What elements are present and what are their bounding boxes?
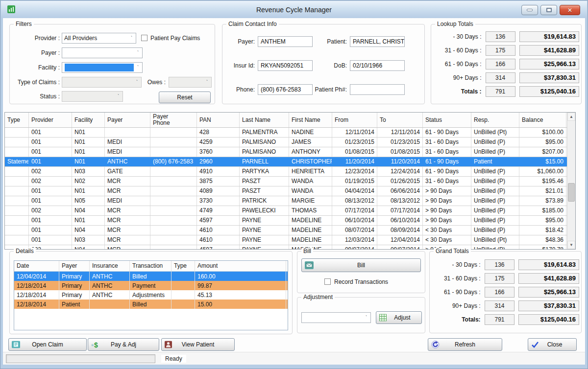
details-column-header[interactable]: Amount bbox=[195, 261, 286, 271]
claims-cell: MCR bbox=[105, 177, 150, 186]
scroll-down-button[interactable]: ▼ bbox=[567, 241, 575, 249]
claims-row[interactable]: 001N01MEDI4259PALMISANOJAMES01/23/201501… bbox=[5, 138, 567, 147]
dob-field[interactable]: 02/10/1966 bbox=[350, 60, 405, 71]
claims-row[interactable]: 002N04MCR4597PAYNEMADELINE09/07/201409/0… bbox=[5, 245, 567, 249]
details-column-header[interactable]: Date bbox=[14, 261, 59, 271]
details-cell: 12/18/2014 bbox=[14, 290, 59, 300]
claims-column-header[interactable]: PAN bbox=[197, 113, 240, 127]
grand-totals-title: Grand Totals bbox=[434, 248, 471, 254]
claims-column-header[interactable]: Payer bbox=[105, 113, 150, 127]
claims-column-header[interactable]: Balance bbox=[519, 113, 566, 127]
chevron-down-icon: ˋ bbox=[134, 63, 142, 72]
claims-column-header[interactable]: Status bbox=[423, 113, 471, 127]
details-column-header[interactable]: Insurance bbox=[90, 261, 130, 271]
claims-column-header[interactable]: Provider bbox=[29, 113, 72, 127]
phone-field[interactable]: (800) 676-2583 bbox=[258, 84, 313, 95]
claims-cell: 4749 bbox=[197, 206, 240, 215]
adjustment-combo[interactable]: ˋ bbox=[301, 312, 371, 323]
scroll-track[interactable] bbox=[567, 121, 575, 241]
insur-id-label: Insur Id: bbox=[226, 60, 255, 71]
details-row[interactable]: 12/18/2014PatientBilled15.00 bbox=[14, 300, 288, 309]
details-column-header[interactable]: Payer bbox=[59, 261, 90, 271]
claims-column-header[interactable]: To bbox=[377, 113, 423, 127]
claims-column-header[interactable]: Type bbox=[5, 113, 29, 127]
claims-cell: 07/17/2014 bbox=[377, 206, 423, 215]
claims-cell: 61 - 90 Days bbox=[423, 128, 471, 137]
pay-adj-button[interactable]: ≡$ Pay & Adj bbox=[88, 338, 159, 351]
totals-amount-box: $41,628.89 bbox=[519, 45, 579, 56]
claims-row[interactable]: 002N04MCR4749PAWELECKITHOMAS07/17/201407… bbox=[5, 206, 567, 216]
chevron-down-icon: ˋ bbox=[114, 92, 122, 101]
refresh-button[interactable]: Refresh bbox=[428, 338, 502, 351]
claims-row[interactable]: 001N01428PALMENTRANADINE12/11/201412/11/… bbox=[5, 128, 567, 138]
bill-button[interactable]: Bill bbox=[301, 258, 421, 272]
claims-cell: PATRICK bbox=[240, 196, 289, 206]
details-row[interactable]: 12/18/2014PrimaryANTHCPayment99.87 bbox=[14, 281, 288, 290]
patient-ph-field[interactable] bbox=[350, 84, 405, 95]
refresh-icon bbox=[431, 341, 440, 349]
claims-cell bbox=[5, 177, 29, 186]
claims-cell: 3875 bbox=[197, 177, 240, 186]
claims-row[interactable]: 001N01MCR4089PASZTWANDA04/04/201406/06/2… bbox=[5, 186, 567, 196]
claims-column-header[interactable]: Payer Phone bbox=[150, 113, 197, 127]
contact-payer-field[interactable]: ANTHEM bbox=[258, 36, 313, 47]
claims-cell: UnBilled (P) bbox=[471, 167, 519, 176]
scroll-up-button[interactable]: ▲ bbox=[567, 113, 575, 121]
close-button[interactable]: Close bbox=[528, 338, 577, 351]
details-cell: 45.13 bbox=[195, 290, 286, 300]
details-cell: 12/04/2014 bbox=[14, 272, 59, 281]
status-combo[interactable]: ˋ bbox=[62, 91, 123, 102]
provider-combo[interactable]: All Providersˋ bbox=[62, 33, 136, 44]
claims-row[interactable]: Statement001N01ANTHC(800) 676-25832960PA… bbox=[5, 157, 567, 167]
claims-scrollbar[interactable]: ▲ ▼ bbox=[567, 113, 575, 249]
claims-row[interactable]: 001N03MCR4610PAYNEMADELINE12/03/201412/0… bbox=[5, 235, 567, 245]
details-row[interactable]: 12/04/2014PrimaryANTHCBilled160.00 bbox=[14, 272, 288, 281]
claims-cell: 3730 bbox=[197, 196, 240, 206]
record-transactions-checkbox[interactable] bbox=[324, 278, 331, 285]
totals-amount-box: $125,040.16 bbox=[519, 86, 579, 97]
patient-pay-claims-checkbox[interactable] bbox=[141, 35, 147, 41]
open-claim-button[interactable]: Open Claim bbox=[8, 338, 87, 351]
details-column-header[interactable]: Type bbox=[172, 261, 195, 271]
payer-combo[interactable]: ˋ bbox=[62, 47, 143, 58]
check-icon bbox=[531, 341, 539, 348]
facility-combo[interactable]: ˋ bbox=[62, 62, 143, 73]
maximize-button[interactable] bbox=[540, 5, 557, 15]
close-window-button[interactable]: ✕ bbox=[560, 5, 580, 15]
contact-patient-field[interactable]: PARNELL, CHRIST bbox=[350, 36, 405, 47]
minimize-button[interactable] bbox=[521, 5, 538, 15]
claims-row[interactable]: 002N02MCR3875PASZTWANDA01/19/201501/26/2… bbox=[5, 177, 567, 186]
grand-totals-group: Grand Totals - 30 Days :136$19,614.8331 … bbox=[429, 251, 582, 333]
claims-cell: N01 bbox=[72, 138, 105, 147]
scroll-thumb[interactable] bbox=[568, 183, 575, 202]
claims-column-header[interactable]: Facility bbox=[72, 113, 105, 127]
owes-combo[interactable]: ˋ bbox=[169, 77, 212, 88]
totals-label: - 30 Days : bbox=[431, 33, 483, 40]
claims-column-header[interactable]: Resp. bbox=[471, 113, 519, 127]
view-patient-button[interactable]: View Patient bbox=[161, 338, 235, 351]
insur-id-field[interactable]: RKYAN5092051 bbox=[258, 60, 313, 71]
adjust-button[interactable]: Adjust bbox=[376, 311, 422, 324]
claims-cell: 08/09/2014 bbox=[377, 226, 423, 235]
claims-row[interactable]: 001N01MEDI3760PALMISANOANTHONY01/08/2015… bbox=[5, 147, 567, 157]
details-column-header[interactable]: Transaction bbox=[130, 261, 172, 271]
claims-column-header[interactable]: From bbox=[332, 113, 377, 127]
claims-column-header[interactable]: Last Name bbox=[240, 113, 289, 127]
claims-row[interactable]: 001N04MCR4610PAYNEMADELINE08/07/201408/0… bbox=[5, 226, 567, 235]
claims-row[interactable]: 001N01MCR4597PAYNEMADELINE06/10/201406/1… bbox=[5, 216, 567, 226]
claims-cell: N04 bbox=[72, 226, 105, 235]
claims-cell: N01 bbox=[72, 186, 105, 196]
totals-count-box: 175 bbox=[486, 45, 515, 56]
claims-cell: 11/20/2014 bbox=[332, 157, 377, 166]
claims-cell: 001 bbox=[29, 235, 72, 245]
details-row[interactable]: 12/18/2014PrimaryANTHCAdjustments45.13 bbox=[14, 290, 288, 300]
claims-cell: MEDI bbox=[105, 147, 150, 157]
adjustment-group: Adjustment ˋ Adjust bbox=[297, 297, 425, 333]
reset-button[interactable]: Reset bbox=[159, 92, 211, 103]
claims-column-header[interactable]: First Name bbox=[289, 113, 332, 127]
claims-row[interactable]: 001N05MEDI3730PATRICKMARGIE08/13/201208/… bbox=[5, 196, 567, 206]
claims-row[interactable]: 002N03GATE4910PARTYKAHENRIETTA12/23/2014… bbox=[5, 167, 567, 177]
claims-cell: 001 bbox=[29, 138, 72, 147]
adjust-grid-icon bbox=[379, 314, 387, 322]
type-of-claims-combo[interactable]: ˋ bbox=[62, 77, 142, 88]
